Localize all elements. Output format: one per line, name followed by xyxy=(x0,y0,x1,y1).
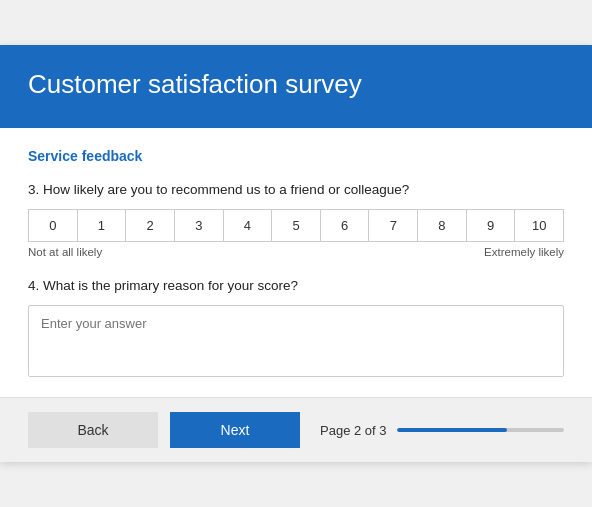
survey-header: Customer satisfaction survey xyxy=(0,45,592,128)
rating-6[interactable]: 6 xyxy=(321,210,370,241)
back-button[interactable]: Back xyxy=(28,412,158,448)
answer-input[interactable] xyxy=(28,305,564,377)
section-title: Service feedback xyxy=(28,148,564,164)
progress-fill xyxy=(397,428,508,432)
rating-9[interactable]: 9 xyxy=(467,210,516,241)
rating-8[interactable]: 8 xyxy=(418,210,467,241)
rating-0[interactable]: 0 xyxy=(29,210,78,241)
rating-1[interactable]: 1 xyxy=(78,210,127,241)
rating-5[interactable]: 5 xyxy=(272,210,321,241)
survey-title: Customer satisfaction survey xyxy=(28,69,564,100)
rating-scale: 0 1 2 3 4 5 6 7 8 9 10 xyxy=(28,209,564,242)
next-button[interactable]: Next xyxy=(170,412,300,448)
rating-7[interactable]: 7 xyxy=(369,210,418,241)
survey-container: Customer satisfaction survey Service fee… xyxy=(0,45,592,462)
rating-3[interactable]: 3 xyxy=(175,210,224,241)
progress-track xyxy=(397,428,565,432)
page-indicator: Page 2 of 3 xyxy=(320,423,387,438)
survey-body: Service feedback 3. How likely are you t… xyxy=(0,128,592,397)
question-4-label: 4. What is the primary reason for your s… xyxy=(28,278,564,293)
rating-labels: Not at all likely Extremely likely xyxy=(28,246,564,258)
question-3-label: 3. How likely are you to recommend us to… xyxy=(28,182,564,197)
high-label: Extremely likely xyxy=(484,246,564,258)
pagination: Page 2 of 3 xyxy=(320,423,564,438)
survey-footer: Back Next Page 2 of 3 xyxy=(0,397,592,462)
rating-4[interactable]: 4 xyxy=(224,210,273,241)
rating-10[interactable]: 10 xyxy=(515,210,563,241)
rating-2[interactable]: 2 xyxy=(126,210,175,241)
low-label: Not at all likely xyxy=(28,246,102,258)
